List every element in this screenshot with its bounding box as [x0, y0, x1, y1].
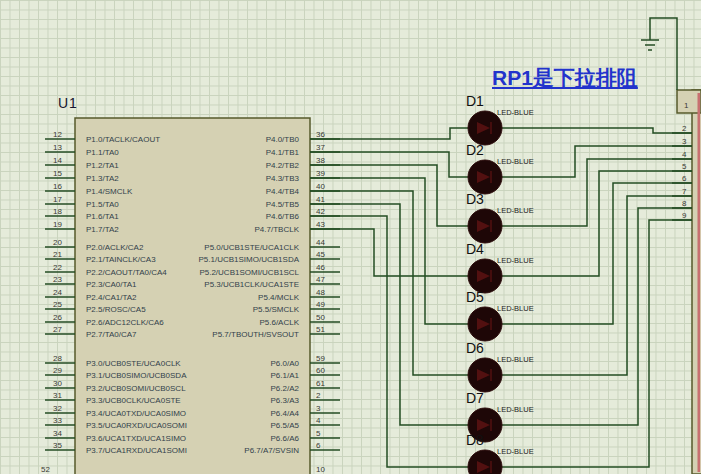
ground-symbol[interactable] — [641, 18, 677, 90]
led-type-label: LED-BLUE — [497, 256, 534, 265]
pin-number-left: 32 — [53, 404, 62, 413]
respack-pin-number: 9 — [682, 211, 687, 220]
pin-number-right: 5 — [316, 429, 321, 438]
pin-number-left: 33 — [53, 416, 62, 425]
pin-number-left: 52 — [41, 465, 50, 474]
respack-pin-number: 1 — [684, 101, 689, 110]
respack-pin-number: 2 — [682, 124, 687, 133]
pin-label-left: P3.4/UCA0TXD/UCA0SIMO — [86, 409, 186, 418]
pin-number-right: 46 — [316, 263, 325, 272]
pin-number-left: 12 — [53, 130, 62, 139]
wire-mcu-to-led[interactable] — [310, 204, 468, 425]
pin-number-left: 31 — [53, 391, 62, 400]
pin-label-left: P1.0/TACLK/CAOUT — [86, 135, 160, 144]
wire-mcu-to-led[interactable] — [310, 178, 468, 324]
pin-label-right: P6.2/A2 — [271, 384, 300, 393]
pin-label-right: P5.0/UCB1STE/UCA1CLK — [204, 243, 299, 252]
pin-number-left: 14 — [53, 156, 62, 165]
pin-label-left: P1.4/SMCLK — [86, 187, 133, 196]
pin-number-left: 20 — [53, 238, 62, 247]
pin-number-right: 51 — [316, 325, 325, 334]
pin-number-left: 19 — [53, 220, 62, 229]
pin-number-right: 38 — [316, 156, 325, 165]
pin-number-left: 35 — [53, 441, 62, 450]
led-type-label: LED-BLUE — [497, 108, 534, 117]
pin-number-left: 29 — [53, 366, 62, 375]
pin-label-left: P3.6/UCA1TXD/UCA1SIMO — [86, 434, 186, 443]
led-name-label: D7 — [466, 390, 484, 406]
pin-label-left: P2.3/CA0/TA1 — [86, 280, 137, 289]
pin-label-left: P2.0/ACLK/CA2 — [86, 243, 144, 252]
pin-label-left: P1.5/TA0 — [86, 200, 119, 209]
pin-label-left: P1.3/TA2 — [86, 174, 119, 183]
wire-led-to-respack[interactable] — [502, 196, 692, 375]
pin-number-right: 10 — [316, 465, 325, 474]
pin-number-left: 28 — [53, 354, 62, 363]
respack-rp1-body[interactable] — [677, 90, 701, 474]
pin-number-right: 61 — [316, 379, 325, 388]
pin-number-right: 42 — [316, 207, 325, 216]
pin-label-left: P3.0/UCB0STE/UCA0CLK — [86, 359, 181, 368]
pin-label-left: P2.2/CAOUT/TA0/CA4 — [86, 268, 167, 277]
pin-label-left: P3.7/UCA1RXD/UCA1SOMI — [86, 446, 187, 455]
led-type-label: LED-BLUE — [497, 405, 534, 414]
pin-label-right: P4.5/TB5 — [266, 200, 300, 209]
pin-number-right: 3 — [316, 404, 321, 413]
pin-label-right: P6.7/A7/SVSIN — [244, 446, 299, 455]
pin-number-left: 23 — [53, 275, 62, 284]
pin-label-left: P2.6/ADC12CLK/CA6 — [86, 318, 164, 327]
wire-mcu-to-led[interactable] — [310, 216, 468, 467]
respack-element-strip — [698, 93, 701, 472]
pin-label-right: P4.3/TB3 — [266, 174, 300, 183]
pin-label-left: P1.2/TA1 — [86, 161, 119, 170]
pin-label-right: P6.1/A1 — [271, 371, 300, 380]
pin-number-left: 34 — [53, 429, 62, 438]
pin-number-left: 17 — [53, 195, 62, 204]
pin-number-right: 39 — [316, 169, 325, 178]
led-type-label: LED-BLUE — [497, 304, 534, 313]
wire-mcu-to-led[interactable] — [310, 229, 468, 276]
respack-pin-number: 7 — [682, 187, 687, 196]
led-name-label: D5 — [466, 289, 484, 305]
pin-number-right: 43 — [316, 220, 325, 229]
pin-label-right: P6.4/A4 — [271, 409, 300, 418]
pin-label-right: P4.2/TB2 — [266, 161, 300, 170]
respack-pin-number: 6 — [682, 174, 687, 183]
pin-number-right: 47 — [316, 275, 325, 284]
pin-number-left: 16 — [53, 182, 62, 191]
wire-led-to-respack[interactable] — [502, 208, 692, 425]
pin-number-right: 6 — [316, 441, 321, 450]
respack-pin-number: 5 — [682, 162, 687, 171]
wire-mcu-to-led[interactable] — [310, 191, 468, 375]
pin-label-left: P3.3/UCB0CLK/UCA0STE — [86, 396, 181, 405]
pin-label-right: P6.0/A0 — [271, 359, 300, 368]
wire-mcu-to-led[interactable] — [310, 165, 468, 226]
pin-number-left: 26 — [53, 313, 62, 322]
wire-led-to-respack[interactable] — [502, 128, 692, 133]
mcu-refdes-label: U1 — [58, 95, 78, 111]
pin-label-left: P3.2/UCB0SOMI/UCB0SCL — [86, 384, 186, 393]
pin-number-left: 21 — [53, 250, 62, 259]
led-type-label: LED-BLUE — [497, 206, 534, 215]
pin-number-right: 4 — [316, 416, 321, 425]
wire-mcu-to-led[interactable] — [310, 128, 468, 139]
respack-pin-number: 8 — [682, 199, 687, 208]
pin-label-right: P4.0/TB0 — [266, 135, 300, 144]
pin-number-left: 13 — [53, 143, 62, 152]
pin-label-right: P4.4/TB4 — [266, 187, 300, 196]
wire-led-to-respack[interactable] — [502, 183, 692, 324]
pin-number-right: 44 — [316, 238, 325, 247]
pin-label-left: P1.1/TA0 — [86, 148, 119, 157]
pin-number-right: 48 — [316, 288, 325, 297]
pin-label-right: P6.3/A3 — [271, 396, 300, 405]
pin-label-left: P3.5/UCA0RXD/UCA0SOMI — [86, 421, 187, 430]
pin-label-right: P5.5/SMCLK — [253, 305, 300, 314]
respack-pin-number: 4 — [682, 150, 687, 159]
annotation-rp1-note: RP1是下拉排阻 — [492, 64, 638, 92]
pin-number-left: 15 — [53, 169, 62, 178]
pin-number-right: 41 — [316, 195, 325, 204]
wire-led-to-respack[interactable] — [502, 159, 692, 226]
pin-number-right: 60 — [316, 366, 325, 375]
pin-label-right: P5.6/ACLK — [259, 318, 299, 327]
pin-number-right: 50 — [316, 313, 325, 322]
